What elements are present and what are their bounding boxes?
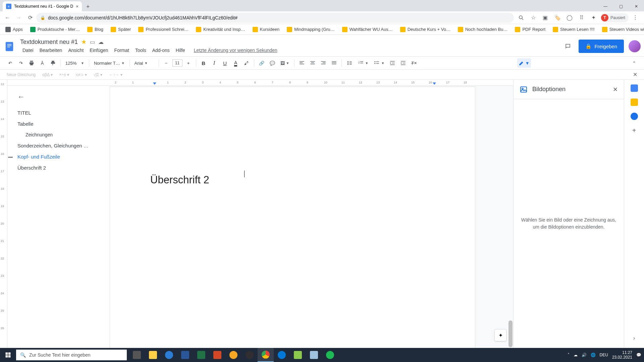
minimize-button[interactable]: — — [598, 1, 613, 11]
notepad-icon[interactable] — [306, 348, 322, 362]
apps-shortcut[interactable]: Apps — [2, 25, 26, 34]
expand-sidebar-icon[interactable]: › — [633, 335, 635, 341]
math-dropdown[interactable]: √∫Σ ▾ — [94, 72, 103, 77]
powerpoint-icon[interactable] — [209, 348, 225, 362]
insert-link-button[interactable]: 🔗 — [257, 58, 266, 68]
font-dropdown[interactable]: Arial▼ — [132, 58, 156, 68]
indent-marker-right[interactable] — [433, 82, 436, 85]
explorer-icon[interactable] — [145, 348, 161, 362]
highlight-button[interactable]: 🖍 — [242, 58, 251, 68]
move-icon[interactable]: ▭ — [90, 39, 95, 45]
menu-datei[interactable]: Datei — [20, 46, 36, 54]
text-color-button[interactable]: A — [231, 58, 240, 68]
forward-button[interactable]: → — [13, 12, 24, 23]
bulleted-list-dropdown[interactable]: ▼ — [372, 58, 386, 68]
font-size-input[interactable]: 11 — [172, 59, 182, 67]
profile-chip[interactable]: T Pausiert — [600, 13, 629, 22]
bookmark-item[interactable]: Produktsuche - Mer… — [27, 25, 83, 34]
increase-indent-button[interactable] — [398, 58, 408, 68]
address-bar[interactable]: 🔒 docs.google.com/document/d/1hUH8k6h7Lb… — [36, 13, 514, 23]
menu-format[interactable]: Format — [112, 46, 131, 54]
bookmark-item[interactable]: Deutsche Kurs + Vo… — [397, 25, 454, 34]
comments-icon[interactable] — [562, 40, 574, 52]
outline-item[interactable]: TITEL — [17, 107, 106, 118]
close-equation-bar[interactable]: ✕ — [633, 71, 637, 78]
outline-item[interactable]: Zeichnungen — [17, 129, 106, 140]
bookmark-item[interactable]: Professionell Schrei… — [135, 25, 192, 34]
star-icon[interactable]: ★ — [81, 38, 87, 46]
indent-marker-left[interactable] — [153, 82, 156, 85]
paragraph-style-dropdown[interactable]: Normaler T…▼ — [92, 58, 127, 68]
insert-image-dropdown[interactable]: 🖼▼ — [278, 58, 291, 68]
task-view-icon[interactable] — [129, 348, 145, 362]
browser-tab[interactable]: ≡ Textdokument neu #1 - Google D × — [3, 1, 82, 11]
bookmark-item[interactable]: Steuern Videos wic… — [599, 25, 644, 34]
ext-dots-icon[interactable]: ⠿ — [576, 12, 587, 23]
decrease-font-button[interactable]: − — [162, 58, 171, 68]
numbered-list-dropdown[interactable]: 12▼ — [356, 58, 371, 68]
align-right-button[interactable] — [319, 58, 328, 68]
undo-button[interactable]: ↶ — [5, 58, 15, 68]
line-spacing-dropdown[interactable] — [344, 58, 355, 68]
account-avatar[interactable] — [629, 40, 641, 52]
tab-close-icon[interactable]: × — [76, 4, 78, 9]
share-button[interactable]: 🔒 Freigeben — [579, 40, 624, 53]
menu-ansicht[interactable]: Ansicht — [66, 46, 86, 54]
bookmark-star-icon[interactable]: ☆ — [528, 12, 539, 23]
outline-item[interactable]: Tabelle — [17, 118, 106, 129]
vertical-ruler[interactable]: 121314151617181920212223242526 — [0, 80, 7, 348]
align-justify-button[interactable] — [329, 58, 339, 68]
collapse-toolbar-button[interactable]: ⌃ — [629, 58, 639, 68]
maximize-button[interactable]: ▢ — [613, 1, 629, 11]
reload-button[interactable]: ⟳ — [25, 12, 36, 23]
heading-text[interactable]: Überschrift 2 — [150, 174, 435, 186]
operators-dropdown[interactable]: ×÷± ▾ — [59, 72, 69, 77]
edge-icon[interactable] — [274, 348, 290, 362]
horizontal-ruler[interactable]: 21123456789101112131415161718 — [7, 80, 513, 86]
paint-format-button[interactable] — [48, 58, 58, 68]
network-icon[interactable]: 🌐 — [591, 353, 596, 357]
edge-legacy-icon[interactable] — [161, 348, 177, 362]
menu-einfuegen[interactable]: Einfügen — [87, 46, 110, 54]
menu-addons[interactable]: Add-ons — [150, 46, 172, 54]
bookmark-item[interactable]: Später — [107, 25, 134, 34]
explore-button[interactable]: ✦ — [494, 329, 506, 341]
new-tab-button[interactable]: + — [83, 2, 93, 11]
bookmark-item[interactable]: Kreativität und Insp… — [193, 25, 248, 34]
cloud-status-icon[interactable]: ☁ — [98, 39, 104, 45]
align-left-button[interactable] — [297, 58, 307, 68]
back-button[interactable]: ← — [2, 12, 13, 23]
taskbar-search[interactable]: 🔍 Zur Suche Text hier eingeben — [16, 350, 127, 360]
obs-icon[interactable] — [241, 348, 258, 362]
zoom-icon[interactable] — [516, 12, 527, 23]
outline-item[interactable]: Kopf- und Fußzeile — [17, 151, 106, 162]
zoom-dropdown[interactable]: 125%▼ — [63, 58, 86, 68]
page-canvas[interactable]: Überschrift 2 ✦ — [110, 86, 513, 348]
italic-button[interactable]: I — [210, 58, 219, 68]
bookmark-item[interactable]: Wahlfächer WU Aus… — [339, 25, 396, 34]
keep-icon[interactable] — [631, 99, 638, 106]
volume-icon[interactable]: 🔊 — [582, 353, 587, 357]
tasks-icon[interactable] — [631, 113, 638, 120]
menu-bearbeiten[interactable]: Bearbeiten — [37, 46, 65, 54]
arrows-dropdown[interactable]: ←↑→ ▾ — [109, 72, 122, 77]
relations-dropdown[interactable]: ≤≠⊃ ▾ — [76, 72, 87, 77]
outline-item[interactable]: Sonderzeichen, Gleichungen … — [17, 140, 106, 151]
document-title[interactable]: Textdokument neu #1 — [20, 39, 78, 46]
decrease-indent-button[interactable] — [388, 58, 397, 68]
calendar-icon[interactable] — [631, 84, 638, 92]
notepad-plus-icon[interactable] — [290, 348, 306, 362]
editing-mode-dropdown[interactable]: ▼ — [517, 58, 531, 68]
close-panel-icon[interactable]: ✕ — [613, 86, 618, 93]
bookmark-item[interactable]: Blog — [84, 25, 107, 34]
add-addon-icon[interactable]: + — [632, 127, 636, 134]
menu-hilfe[interactable]: Hilfe — [173, 46, 187, 54]
spellcheck-button[interactable]: Ā — [38, 58, 47, 68]
underline-button[interactable]: U — [220, 58, 230, 68]
spotify-icon[interactable] — [322, 348, 338, 362]
scrollbar-thumb[interactable] — [508, 320, 513, 347]
outline-item[interactable]: Überschrift 2 — [17, 162, 106, 173]
ext-shopping-icon[interactable]: 🏷️ — [552, 12, 563, 23]
word-icon[interactable] — [177, 348, 193, 362]
bookmark-item[interactable]: Kursideen — [249, 25, 283, 34]
